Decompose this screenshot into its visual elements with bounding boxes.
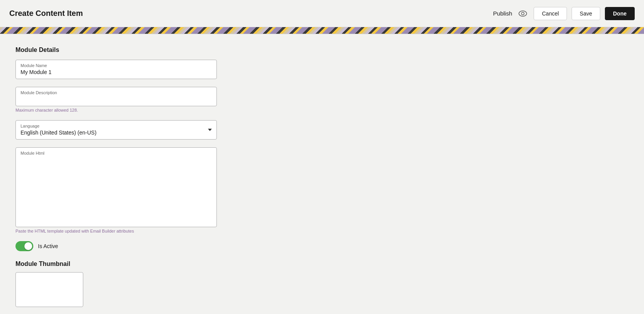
module-name-field-wrapper: Module Name [15, 60, 217, 79]
thumbnail-box[interactable] [15, 272, 83, 307]
is-active-label: Is Active [38, 243, 58, 249]
header: Create Content Item Publish Cancel Save … [0, 0, 644, 27]
module-description-label: Module Description [21, 90, 212, 95]
module-html-label: Module Html [21, 151, 212, 155]
save-button[interactable]: Save [572, 7, 600, 20]
toggle-knob [24, 242, 32, 250]
decorative-banner [0, 27, 644, 34]
module-description-input[interactable] [21, 96, 212, 102]
module-name-group: Module Name [15, 60, 240, 79]
is-active-toggle[interactable] [15, 241, 33, 251]
thumbnail-title: Module Thumbnail [15, 261, 240, 267]
svg-point-0 [519, 11, 527, 16]
module-html-group: Module Html Paste the HTML template upda… [15, 147, 240, 233]
module-description-field-wrapper: Module Description [15, 87, 217, 106]
publish-label: Publish [493, 10, 512, 17]
cancel-button[interactable]: Cancel [534, 7, 567, 20]
module-description-hint: Maximum character allowed 128. [15, 108, 240, 112]
module-description-group: Module Description Maximum character all… [15, 87, 240, 112]
module-name-input[interactable] [21, 69, 212, 75]
header-actions: Publish Cancel Save Done [493, 7, 635, 20]
module-html-hint: Paste the HTML template updated with Ema… [15, 229, 240, 233]
module-name-label: Module Name [21, 63, 212, 68]
is-active-group: Is Active [15, 241, 240, 251]
chevron-down-icon [208, 129, 212, 131]
language-group: Language English (United States) (en-US) [15, 120, 240, 140]
page-title: Create Content Item [9, 9, 83, 18]
preview-icon[interactable] [517, 7, 529, 20]
done-button[interactable]: Done [605, 7, 635, 20]
section-title: Module Details [15, 47, 240, 53]
language-select[interactable]: Language English (United States) (en-US) [15, 120, 217, 140]
language-label: Language [21, 124, 203, 128]
svg-point-1 [522, 12, 524, 15]
module-html-field-wrapper: Module Html [15, 147, 217, 227]
module-html-textarea[interactable] [21, 156, 212, 222]
language-value: English (United States) (en-US) [21, 129, 96, 136]
main-content: Module Details Module Name Module Descri… [0, 34, 256, 314]
